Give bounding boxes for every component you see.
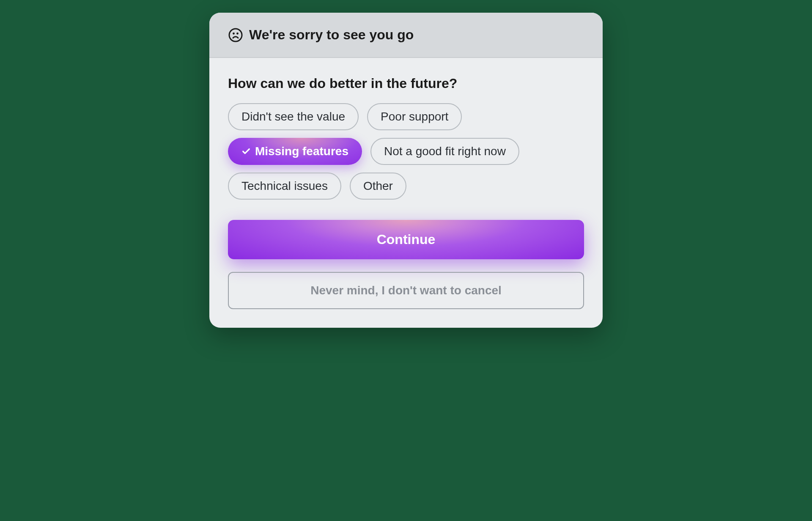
feedback-question: How can we do better in the future? — [228, 76, 584, 91]
reason-chip-technical-issues[interactable]: Technical issues — [228, 173, 341, 200]
reason-chip-other[interactable]: Other — [350, 173, 406, 200]
chip-label: Missing features — [255, 145, 348, 158]
sad-face-icon — [228, 27, 243, 43]
chip-label: Didn't see the value — [241, 110, 345, 123]
svg-point-0 — [229, 29, 242, 41]
chip-label: Other — [363, 179, 393, 193]
reason-chip-poor-support[interactable]: Poor support — [367, 103, 462, 130]
dialog-title: We're sorry to see you go — [249, 27, 414, 43]
chip-label: Not a good fit right now — [384, 145, 506, 158]
nevermind-button[interactable]: Never mind, I don't want to cancel — [228, 272, 584, 309]
chip-label: Poor support — [381, 110, 448, 123]
continue-button[interactable]: Continue — [228, 220, 584, 259]
dialog-body: How can we do better in the future? Didn… — [209, 58, 603, 328]
reason-chip-group: Didn't see the value Poor support Missin… — [228, 103, 584, 200]
chip-label: Technical issues — [241, 179, 328, 193]
dialog-header: We're sorry to see you go — [209, 13, 603, 58]
cancel-feedback-dialog: We're sorry to see you go How can we do … — [209, 13, 603, 328]
reason-chip-didnt-see-value[interactable]: Didn't see the value — [228, 103, 359, 130]
svg-point-2 — [237, 33, 238, 34]
reason-chip-not-good-fit[interactable]: Not a good fit right now — [370, 138, 519, 165]
svg-point-1 — [233, 33, 234, 34]
check-icon — [241, 147, 251, 156]
reason-chip-missing-features[interactable]: Missing features — [228, 138, 362, 165]
